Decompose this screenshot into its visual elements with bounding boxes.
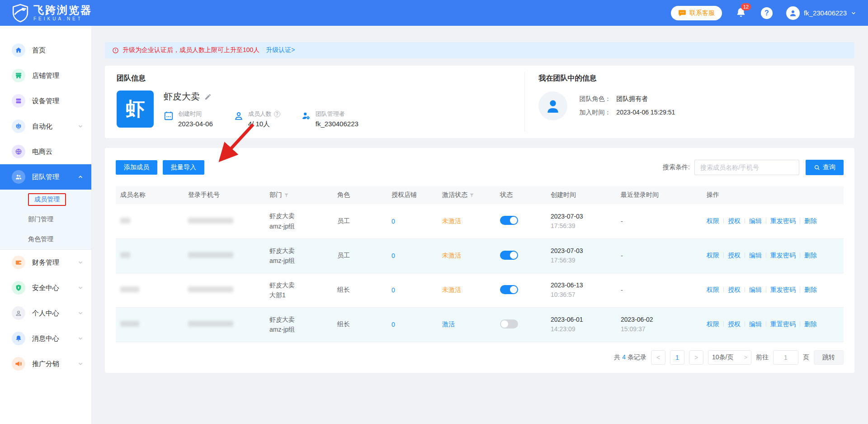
chevron-down-icon bbox=[78, 336, 83, 341]
sidebar-item-设备管理[interactable]: 设备管理 bbox=[0, 88, 91, 114]
action-授权[interactable]: 授权 bbox=[728, 252, 741, 259]
main-content: 升级为企业认证后，成员人数上限可上升至100人 升级认证> 团队信息 虾 虾皮大… bbox=[91, 26, 868, 424]
status-toggle[interactable] bbox=[500, 285, 518, 294]
action-编辑[interactable]: 编辑 bbox=[749, 252, 762, 259]
edit-pencil-icon[interactable] bbox=[204, 93, 212, 100]
action-授权[interactable]: 授权 bbox=[728, 217, 741, 224]
prev-page-button[interactable]: < bbox=[651, 350, 665, 365]
action-权限[interactable]: 权限 bbox=[707, 252, 719, 259]
cell-actions: 权限授权编辑重发密码删除 bbox=[702, 238, 844, 273]
action-删除[interactable]: 删除 bbox=[804, 286, 817, 293]
sidebar-item-电商云[interactable]: 电商云 bbox=[0, 139, 91, 164]
app-logo[interactable]: 飞跨浏览器 FEIKUA.NET bbox=[12, 4, 92, 23]
column-header-授权店铺: 授权店铺 bbox=[387, 186, 438, 204]
shops-count-link[interactable]: 0 bbox=[392, 321, 395, 328]
action-重发密码[interactable]: 重发密码 bbox=[770, 286, 796, 293]
shops-count-link[interactable]: 0 bbox=[392, 218, 395, 225]
cell-created: 2023-07-0317:56:39 bbox=[546, 204, 616, 238]
action-重发密码[interactable]: 重发密码 bbox=[770, 217, 796, 224]
action-编辑[interactable]: 编辑 bbox=[749, 286, 762, 293]
sidebar-item-label: 个人中心 bbox=[32, 309, 71, 318]
sidebar-subitem-部门管理[interactable]: 部门管理 bbox=[0, 210, 91, 229]
team-info-card: 团队信息 虾 虾皮大卖 bbox=[105, 66, 854, 138]
cell-phone bbox=[184, 307, 265, 342]
account-menu[interactable]: fk_230406223 bbox=[786, 6, 856, 20]
jump-button[interactable]: 跳转 bbox=[814, 350, 844, 365]
joined-label: 加入时间： bbox=[579, 109, 611, 116]
device-icon bbox=[12, 94, 25, 108]
sidebar-item-店铺管理[interactable]: 店铺管理 bbox=[0, 63, 91, 88]
status-toggle[interactable] bbox=[500, 216, 518, 225]
action-编辑[interactable]: 编辑 bbox=[749, 217, 762, 224]
sidebar-subitem-成员管理[interactable]: 成员管理 bbox=[0, 190, 91, 210]
shops-count-link[interactable]: 0 bbox=[392, 286, 395, 294]
status-toggle[interactable] bbox=[500, 251, 518, 260]
action-删除[interactable]: 删除 bbox=[804, 320, 817, 328]
query-button[interactable]: 查询 bbox=[806, 160, 844, 175]
status-toggle[interactable] bbox=[500, 319, 518, 329]
filter-icon[interactable] bbox=[284, 193, 289, 198]
column-header-激活状态[interactable]: 激活状态 bbox=[438, 186, 495, 204]
action-重置密码[interactable]: 重置密码 bbox=[770, 320, 796, 328]
cell-phone bbox=[184, 204, 265, 238]
logo-title: 飞跨浏览器 bbox=[33, 5, 92, 15]
sidebar-item-首页[interactable]: 首页 bbox=[0, 38, 91, 63]
sidebar-item-个人中心[interactable]: 个人中心 bbox=[0, 300, 91, 326]
search-input[interactable] bbox=[694, 160, 799, 175]
sidebar-item-消息中心[interactable]: 消息中心 bbox=[0, 326, 91, 351]
batch-import-button[interactable]: 批量导入 bbox=[163, 160, 204, 175]
cell-last-login: - bbox=[616, 204, 702, 238]
action-权限[interactable]: 权限 bbox=[707, 217, 719, 224]
action-重发密码[interactable]: 重发密码 bbox=[770, 252, 796, 259]
action-编辑[interactable]: 编辑 bbox=[749, 320, 762, 328]
chevron-up-icon bbox=[78, 174, 83, 180]
home-icon bbox=[12, 43, 25, 57]
help-circle-icon[interactable]: ? bbox=[274, 111, 280, 117]
action-权限[interactable]: 权限 bbox=[707, 286, 719, 293]
notifications-button[interactable]: 12 bbox=[736, 7, 747, 19]
logo-subtitle: FEIKUA.NET bbox=[33, 17, 92, 22]
cell-member-name bbox=[116, 238, 184, 273]
sidebar-subitem-角色管理[interactable]: 角色管理 bbox=[0, 229, 91, 249]
next-page-button[interactable]: > bbox=[689, 350, 703, 365]
cell-created: 2023-07-0317:56:39 bbox=[546, 238, 616, 273]
sidebar-item-label: 推广分销 bbox=[32, 360, 71, 368]
column-header-操作: 操作 bbox=[702, 186, 844, 204]
contact-support-button[interactable]: 联系客服 bbox=[671, 6, 722, 20]
sidebar-item-label: 设备管理 bbox=[32, 97, 83, 105]
add-member-button[interactable]: 添加成员 bbox=[116, 160, 157, 175]
notice-text: 升级为企业认证后，成员人数上限可上升至100人 bbox=[123, 46, 259, 54]
sidebar-item-label: 安全中心 bbox=[32, 284, 71, 292]
action-授权[interactable]: 授权 bbox=[728, 320, 741, 328]
action-删除[interactable]: 删除 bbox=[804, 217, 817, 224]
sidebar-submenu: 成员管理部门管理角色管理 bbox=[0, 190, 91, 250]
action-权限[interactable]: 权限 bbox=[707, 320, 719, 328]
sidebar-nav: 首页店铺管理设备管理自动化电商云团队管理成员管理部门管理角色管理财务管理安全中心… bbox=[0, 38, 91, 376]
sidebar-item-自动化[interactable]: 自动化 bbox=[0, 114, 91, 139]
query-button-label: 查询 bbox=[823, 163, 835, 172]
cell-last-login: - bbox=[616, 273, 702, 307]
sidebar-item-安全中心[interactable]: 安全中心 bbox=[0, 275, 91, 300]
team-icon bbox=[12, 170, 25, 184]
avatar bbox=[786, 6, 800, 20]
goto-suffix: 页 bbox=[803, 353, 809, 362]
notification-badge: 12 bbox=[741, 3, 751, 10]
sidebar-item-财务管理[interactable]: 财务管理 bbox=[0, 250, 91, 275]
goto-page-input[interactable] bbox=[773, 350, 798, 365]
filter-icon[interactable] bbox=[469, 193, 474, 198]
sidebar-item-推广分销[interactable]: 推广分销 bbox=[0, 351, 91, 376]
upgrade-link[interactable]: 升级认证> bbox=[266, 46, 295, 54]
shops-count-link[interactable]: 0 bbox=[392, 252, 395, 259]
action-删除[interactable]: 删除 bbox=[804, 252, 817, 259]
column-header-部门[interactable]: 部门 bbox=[265, 186, 333, 204]
page-1-button[interactable]: 1 bbox=[670, 350, 684, 365]
sidebar-item-团队管理[interactable]: 团队管理 bbox=[0, 164, 91, 190]
page-size-select[interactable]: 10条/页 > bbox=[708, 350, 751, 365]
username: fk_230406223 bbox=[804, 9, 847, 17]
cell-actions: 权限授权编辑重发密码删除 bbox=[702, 204, 844, 238]
action-授权[interactable]: 授权 bbox=[728, 286, 741, 293]
help-button[interactable]: ? bbox=[761, 7, 773, 19]
cell-phone bbox=[184, 238, 265, 273]
table-body: 虾皮大卖amz-jp组员工0未激活2023-07-0317:56:39-权限授权… bbox=[116, 204, 844, 342]
cell-shops: 0 bbox=[387, 307, 438, 342]
